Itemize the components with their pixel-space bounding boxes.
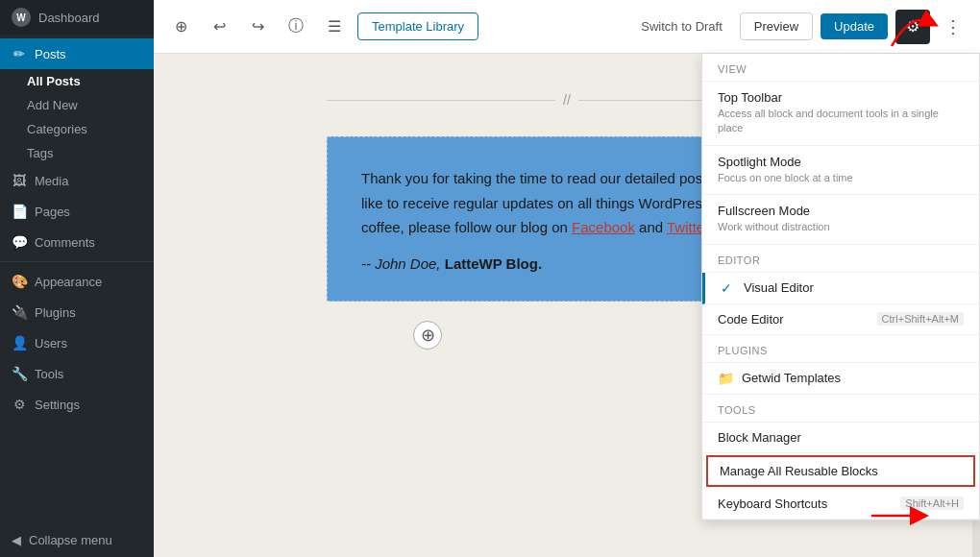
code-editor-kbd: Ctrl+Shift+Alt+M (877, 312, 964, 326)
sidebar: W Dashboard ✏ Posts All Posts Add New Ca… (0, 0, 154, 557)
sidebar-item-comments[interactable]: 💬 Comments (0, 227, 154, 257)
sidebar-nav: ✏ Posts All Posts Add New Categories Tag… (0, 35, 154, 424)
spotlight-title: Spotlight Mode (718, 155, 964, 169)
media-icon: 🖼 (12, 173, 27, 188)
visual-editor-label: Visual Editor (744, 280, 964, 295)
main-area: ⊕ ↩ ↪ ⓘ ☰ Template Library Switch to Dra… (154, 0, 980, 557)
sidebar-plugins-label: Plugins (35, 305, 76, 320)
fullscreen-mode-item[interactable]: Fullscreen Mode Work without distraction (702, 195, 979, 244)
top-toolbar-desc: Access all block and document tools in a… (718, 107, 964, 136)
redo-btn[interactable]: ↪ (242, 12, 273, 42)
block-manager-item[interactable]: Block Manager (702, 423, 979, 453)
sidebar-pages-label: Pages (35, 205, 70, 219)
fullscreen-title: Fullscreen Mode (718, 204, 964, 218)
fullscreen-desc: Work without distraction (718, 220, 964, 234)
top-toolbar-item[interactable]: Top Toolbar Access all block and documen… (702, 82, 979, 146)
getwid-icon: 📁 (718, 371, 734, 386)
sidebar-item-plugins[interactable]: 🔌 Plugins (0, 297, 154, 327)
sidebar-item-settings[interactable]: ⚙ Settings (0, 389, 154, 420)
getwid-label: Getwid Templates (742, 371, 964, 385)
code-editor-label: Code Editor (718, 312, 870, 327)
dropdown-panel: View Top Toolbar Access all block and do… (701, 54, 980, 521)
pages-icon: 📄 (12, 204, 27, 219)
settings-icon: ⚙ (12, 397, 27, 412)
plugins-section-title: Plugins (702, 335, 979, 363)
signature-em: -- John Doe, LatteWP Blog. (361, 255, 542, 272)
appearance-icon: 🎨 (12, 274, 27, 289)
undo-btn[interactable]: ↩ (204, 12, 234, 42)
settings-gear-btn[interactable]: ⚙ (895, 10, 930, 44)
spotlight-desc: Focus on one block at a time (718, 171, 964, 185)
manage-reusable-label: Manage All Reusable Blocks (720, 464, 962, 478)
sidebar-divider-1 (0, 261, 154, 262)
signature-strong: LatteWP Blog. (445, 255, 542, 272)
wordpress-icon: W (12, 8, 31, 27)
sidebar-add-new[interactable]: Add New (0, 93, 154, 117)
spotlight-mode-item[interactable]: Spotlight Mode Focus on one block at a t… (702, 146, 979, 195)
sidebar-posts-submenu: All Posts Add New Categories Tags (0, 69, 154, 165)
check-icon: ✓ (721, 280, 732, 296)
sidebar-comments-label: Comments (35, 235, 95, 250)
sidebar-item-media[interactable]: 🖼 Media (0, 165, 154, 196)
sidebar-item-tools[interactable]: 🔧 Tools (0, 358, 154, 389)
block-text-2: and (635, 219, 667, 235)
manage-reusable-blocks-item[interactable]: Manage All Reusable Blocks (706, 455, 975, 487)
keyboard-shortcuts-kbd: Shift+Alt+H (900, 496, 964, 510)
tools-section-title: Tools (702, 395, 979, 423)
more-options-btn[interactable]: ⋮ (938, 12, 968, 42)
users-icon: 👤 (12, 335, 27, 351)
sidebar-users-label: Users (35, 336, 67, 351)
update-btn[interactable]: Update (821, 13, 888, 39)
sidebar-dashboard-label: Dashboard (38, 11, 100, 25)
sidebar-dashboard-logo[interactable]: W Dashboard (0, 0, 154, 35)
keyboard-shortcuts-item[interactable]: Keyboard Shortcuts Shift+Alt+H (702, 489, 979, 520)
getwid-templates-item[interactable]: 📁 Getwid Templates (702, 363, 979, 395)
collapse-label: Collapse menu (29, 533, 112, 547)
sidebar-item-posts[interactable]: ✏ Posts (0, 38, 154, 69)
tools-icon: 🔧 (12, 366, 27, 381)
sidebar-item-users[interactable]: 👤 Users (0, 327, 154, 358)
sidebar-item-pages[interactable]: 📄 Pages (0, 196, 154, 227)
preview-btn[interactable]: Preview (740, 12, 813, 40)
top-toolbar-title: Top Toolbar (718, 90, 964, 105)
sidebar-media-label: Media (35, 174, 68, 188)
code-editor-item[interactable]: Code Editor Ctrl+Shift+Alt+M (702, 304, 979, 335)
collapse-icon: ◀ (12, 533, 21, 547)
sidebar-settings-label: Settings (35, 398, 80, 412)
sidebar-posts-label: Posts (35, 47, 66, 61)
collapse-menu-btn[interactable]: ◀ Collapse menu (0, 523, 154, 557)
sidebar-appearance-label: Appearance (35, 275, 102, 289)
sidebar-all-posts[interactable]: All Posts (0, 69, 154, 93)
template-library-btn[interactable]: Template Library (357, 12, 478, 40)
sidebar-item-appearance[interactable]: 🎨 Appearance (0, 266, 154, 297)
visual-editor-item[interactable]: ✓ Visual Editor (702, 273, 979, 304)
editor-section-title: Editor (702, 245, 979, 273)
plugins-icon: 🔌 (12, 304, 27, 320)
add-block-toolbar-btn[interactable]: ⊕ (165, 12, 196, 42)
list-view-btn[interactable]: ☰ (319, 12, 350, 42)
switch-draft-btn[interactable]: Switch to Draft (631, 13, 732, 39)
view-section-title: View (702, 54, 979, 82)
divider-text: // (563, 92, 571, 108)
facebook-link[interactable]: Facebook (572, 219, 635, 235)
top-toolbar: ⊕ ↩ ↪ ⓘ ☰ Template Library Switch to Dra… (154, 0, 980, 54)
comments-icon: 💬 (12, 234, 27, 250)
sidebar-tools-label: Tools (35, 367, 63, 381)
keyboard-shortcuts-label: Keyboard Shortcuts (718, 496, 893, 511)
posts-icon: ✏ (12, 46, 27, 61)
add-block-bottom-btn[interactable]: ⊕ (413, 321, 442, 350)
sidebar-categories[interactable]: Categories (0, 117, 154, 141)
block-manager-label: Block Manager (718, 430, 964, 445)
sidebar-tags[interactable]: Tags (0, 141, 154, 165)
info-btn[interactable]: ⓘ (281, 12, 311, 42)
